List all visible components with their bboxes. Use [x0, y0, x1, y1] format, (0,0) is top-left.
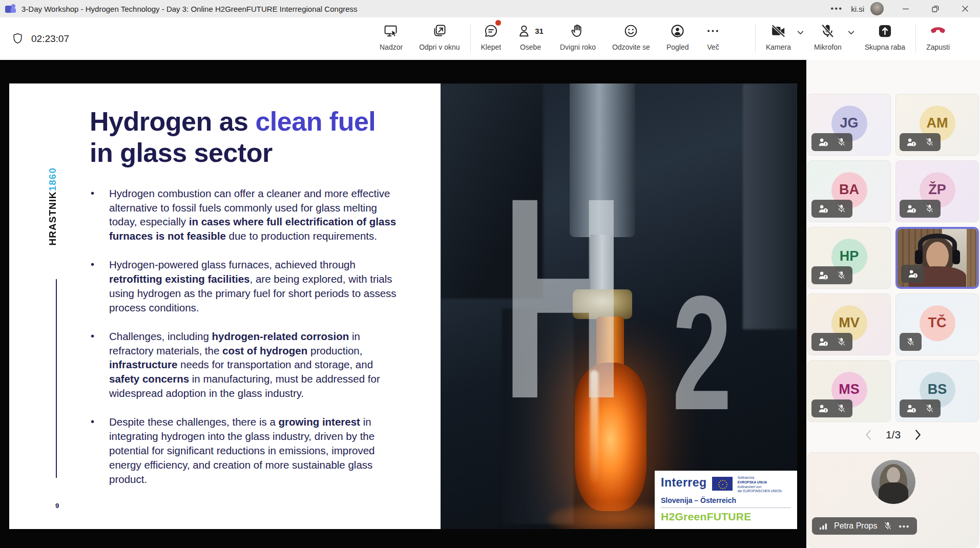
toolbar-react-button[interactable]: Odzovite se [604, 21, 658, 51]
view-person-icon [670, 23, 685, 39]
toolbar-divider [915, 24, 916, 53]
participant-tile-TČ[interactable]: TČ [895, 293, 979, 355]
participant-status-badges [900, 133, 941, 151]
hrastnik-logo: HRASTNIK1860 [47, 167, 58, 245]
participant-tile-video[interactable] [895, 227, 979, 289]
attendee-alert-icon [906, 404, 916, 413]
camera-off-icon [770, 23, 787, 39]
window-title: 3-Day Workshop - Hydrogen Technology - D… [22, 5, 358, 13]
participant-initials: BS [928, 382, 947, 397]
participant-status-badges [811, 333, 852, 351]
participants-panel: JGAMBAŽPHPMVTČMSBS 1/3 Petra Props [806, 60, 980, 548]
pager-next-icon[interactable] [914, 429, 922, 440]
participant-initials: MS [839, 382, 860, 397]
attendee-alert-icon [907, 269, 918, 279]
participant-tile-BS[interactable]: BS [895, 360, 979, 422]
spotlight-tile[interactable]: Petra Props ••• [807, 452, 979, 547]
chat-notification-dot [495, 20, 501, 26]
toolbar-label: Osebe [520, 43, 541, 51]
slide-title: Hydrogen as clean fuelin glass sector [90, 106, 441, 169]
close-button[interactable] [950, 0, 980, 17]
toolbar-divider [470, 24, 471, 53]
titlebar-more-icon[interactable]: ••• [822, 4, 851, 14]
toolbar-chat-button[interactable]: Klepet [473, 21, 510, 51]
toolbar-label: Klepet [481, 43, 502, 51]
camera-chevron-icon[interactable] [796, 28, 805, 37]
attendee-alert-icon [906, 137, 916, 147]
watermark-2: 2 [672, 294, 732, 412]
participant-initials: HP [840, 248, 859, 264]
teams-app-icon [5, 4, 15, 14]
participant-tile-AM[interactable]: AM [895, 94, 979, 156]
participant-tile-MV[interactable]: MV [807, 293, 891, 355]
participant-initials: MV [839, 315, 860, 331]
slide-bullets: Hydrogen combustion can offer a cleaner … [90, 186, 397, 487]
toolbar-label: Kamera [766, 43, 791, 51]
bullet-item: Despite these challenges, there is a gro… [90, 415, 397, 486]
participant-tile-JG[interactable]: JG [807, 94, 891, 156]
participant-tile-ŽP[interactable]: ŽP [895, 160, 979, 222]
participant-status-badges [811, 133, 852, 151]
toolbar-view-button[interactable]: Pogled [658, 21, 697, 51]
meeting-toolbar: 02:23:07 Nadzor Odpri v oknu [0, 17, 980, 60]
pager-prev-icon[interactable] [864, 429, 872, 440]
project-name: H2GreenFUTURE [661, 511, 791, 523]
close-icon [961, 5, 969, 13]
minimize-icon [902, 5, 910, 13]
attendee-alert-icon [818, 204, 828, 214]
toolbar-popout-button[interactable]: Odpri v oknu [411, 21, 468, 51]
spotlight-avatar [871, 460, 915, 504]
participant-status-badges [900, 200, 941, 218]
camera-button[interactable]: Kamera [758, 21, 799, 51]
account-avatar[interactable] [870, 2, 884, 15]
restore-icon [931, 4, 940, 13]
open-in-window-icon [431, 23, 447, 39]
eu-funding-caption: Sofinancira EVROPSKA UNIJA Kofinanziert … [738, 476, 782, 494]
share-button[interactable]: Skupna raba [857, 21, 913, 51]
raise-hand-icon [570, 23, 586, 39]
monitor-cursor-icon [383, 23, 399, 39]
maximize-button[interactable] [921, 0, 950, 17]
bullet-item: Hydrogen combustion can offer a cleaner … [90, 186, 397, 244]
spotlight-more-icon[interactable]: ••• [899, 522, 910, 531]
participant-tile-BA[interactable]: BA [807, 160, 891, 222]
participant-status-badges [811, 266, 852, 284]
toolbar-label: Skupna raba [865, 43, 905, 51]
toolbar-label: Mikrofon [814, 43, 842, 51]
toolbar-more-button[interactable]: Več [697, 21, 729, 51]
mic-off-icon [819, 23, 836, 39]
slide-photo: H 2 Interreg Sofinancira EVROPSKA UNIJA … [441, 83, 797, 529]
shield-icon [11, 32, 24, 45]
participants-grid: JGAMBAŽPHPMVTČMSBS [807, 94, 979, 422]
gallery-pager: 1/3 [806, 425, 980, 445]
shared-slide: HRASTNIK1860 Hydrogen as clean fuelin gl… [9, 83, 797, 529]
microphone-button[interactable]: Mikrofon [806, 21, 850, 51]
toolbar-raise-hand-button[interactable]: Dvigni roko [552, 21, 604, 51]
title-bar: 3-Day Workshop - Hydrogen Technology - D… [0, 0, 980, 18]
watermark-h: H [501, 195, 625, 402]
attendee-alert-icon [906, 204, 916, 214]
minimize-button[interactable] [891, 0, 921, 17]
spotlight-name-pill: Petra Props ••• [812, 517, 917, 535]
toolbar-divider [755, 24, 756, 53]
smiley-icon [623, 23, 639, 39]
toolbar-people-button[interactable]: 31 Osebe [509, 21, 552, 51]
participant-tile-HP[interactable]: HP [807, 227, 891, 289]
participant-initials: ŽP [928, 182, 946, 198]
hang-up-icon [929, 25, 947, 37]
mic-off-icon [925, 137, 934, 147]
participant-initials: BA [839, 182, 859, 198]
toolbar-nadzor-button[interactable]: Nadzor [371, 21, 411, 51]
toolbar-label: Več [707, 43, 719, 51]
leave-button[interactable]: Zapusti [918, 21, 958, 51]
spotlight-name: Petra Props [834, 521, 877, 531]
participant-tile-MS[interactable]: MS [807, 360, 891, 422]
people-icon [517, 23, 533, 39]
participant-status-badges [811, 200, 852, 218]
toolbar-label: Pogled [666, 43, 689, 51]
slide-page-number: 9 [55, 502, 59, 510]
microphone-chevron-icon[interactable] [847, 28, 856, 37]
mic-off-icon [837, 270, 846, 280]
toolbar-label: Dvigni roko [560, 43, 596, 51]
participant-status-badges [811, 399, 852, 417]
